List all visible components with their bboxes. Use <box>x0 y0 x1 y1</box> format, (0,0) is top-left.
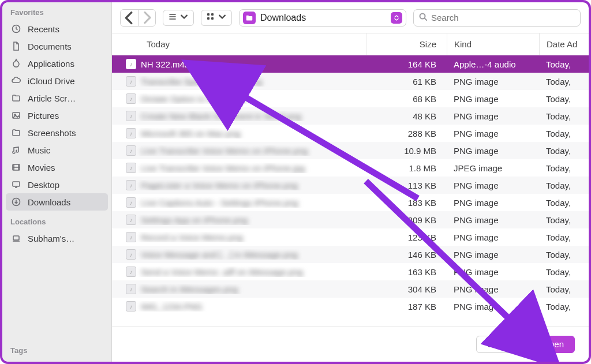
sidebar-item-label: Applications <box>28 59 74 69</box>
sidebar-item-label: Subham's… <box>28 234 74 243</box>
file-size: 146 KB <box>366 250 447 260</box>
file-icon: ♪ <box>126 215 136 225</box>
location-dropdown[interactable]: Downloads <box>239 9 406 27</box>
file-kind: PNG image <box>447 146 539 156</box>
sidebar-item-label: Downloads <box>28 197 70 207</box>
file-icon: ♪ <box>126 145 136 156</box>
file-date: Today, <box>539 59 589 69</box>
file-size: 48 KB <box>366 111 447 121</box>
file-row[interactable]: ♪Dictate Option in Word.png68 KBPNG imag… <box>112 90 589 107</box>
file-date: Today, <box>539 181 589 190</box>
file-row[interactable]: ♪PageLister a Voice Memo on iPhone.png11… <box>112 177 589 194</box>
sidebar-location-subham-s-[interactable]: Subham's… <box>2 230 111 247</box>
file-kind: PNG image <box>447 302 539 312</box>
file-name: Send a Voice Memo .aiff on iMessage.png <box>141 267 303 277</box>
file-kind: PNG image <box>447 111 539 121</box>
nav-buttons <box>120 9 156 27</box>
file-name: Microsoft 365 on Mac.png <box>141 129 241 138</box>
file-size: 187 KB <box>366 302 447 312</box>
sidebar-item-label: Pictures <box>28 111 59 121</box>
file-size: 10.9 MB <box>366 146 447 156</box>
column-date[interactable]: Date Ad <box>539 33 589 55</box>
file-kind: PNG image <box>447 232 539 242</box>
file-list[interactable]: ♪NH 322.m4a164 KBApple…-4 audioToday,♪Tr… <box>112 55 589 326</box>
file-icon: ♪ <box>126 76 136 87</box>
folder-icon <box>10 127 22 138</box>
column-kind[interactable]: Kind <box>447 33 539 55</box>
sidebar-item-downloads[interactable]: Downloads <box>6 193 108 211</box>
file-row[interactable]: ♪Live Captions Auto - Settings iPhone.pn… <box>112 194 589 211</box>
file-icon: ♪ <box>126 267 136 277</box>
file-date: Today, <box>539 77 589 87</box>
file-name: NH 322.m4a <box>141 59 189 69</box>
file-row[interactable]: ♪Send a Voice Memo .aiff on iMessage.png… <box>112 263 589 280</box>
file-name: Live Transcribe Voice Memo on iPhone.jpg <box>141 163 305 173</box>
sidebar-item-music[interactable]: Music <box>2 141 111 159</box>
file-kind: PNG image <box>447 198 539 208</box>
doc-icon <box>10 40 22 52</box>
file-kind: PNG image <box>447 77 539 87</box>
file-row[interactable]: ♪Transcribe Speech in Word.png61 KBPNG i… <box>112 73 589 90</box>
file-row[interactable]: ♪Live Transcribe Voice Memo on iPhone.jp… <box>112 159 589 177</box>
sidebar-item-icloud-drive[interactable]: iCloud Drive <box>2 72 111 89</box>
sidebar-item-label: Music <box>28 145 50 155</box>
search-input[interactable] <box>431 13 575 22</box>
column-size[interactable]: Size <box>366 33 447 55</box>
file-size: 304 KB <box>366 284 447 294</box>
music-icon <box>10 144 22 156</box>
file-row[interactable]: ♪Live Transcribe Voice Memo on iPhone.pn… <box>112 142 589 159</box>
sidebar-favorites-header: Favorites <box>2 6 111 20</box>
chevron-down-icon <box>218 12 227 24</box>
sidebar-item-label: iCloud Drive <box>28 76 75 86</box>
sidebar-item-recents[interactable]: Recents <box>2 20 111 37</box>
sidebar-item-applications[interactable]: Applications <box>2 55 111 72</box>
sidebar-item-documents[interactable]: Documents <box>2 37 111 55</box>
file-date: Today, <box>539 215 589 225</box>
file-row[interactable]: ♪Record a Voice Memo.png123 KBPNG imageT… <box>112 228 589 246</box>
file-date: Today, <box>539 94 589 104</box>
cloud-icon <box>10 75 22 87</box>
file-size: 183 KB <box>366 198 447 208</box>
file-kind: PNG image <box>447 129 539 138</box>
list-view-button[interactable] <box>163 10 194 26</box>
forward-button[interactable] <box>138 10 155 26</box>
file-icon: ♪ <box>126 197 136 208</box>
file-name: Transcribe Speech in Word.png <box>141 77 262 87</box>
group-view-button[interactable] <box>201 10 232 26</box>
search-icon <box>418 12 428 24</box>
file-row[interactable]: ♪Microsoft 365 on Mac.png288 KBPNG image… <box>112 125 589 142</box>
file-size: 68 KB <box>366 94 447 104</box>
cancel-button[interactable]: Cancel <box>476 336 525 353</box>
sidebar-item-desktop[interactable]: Desktop <box>2 176 111 193</box>
file-row[interactable]: ♪Search in iMessages.png304 KBPNG imageT… <box>112 280 589 298</box>
file-name: Search in iMessages.png <box>141 284 238 294</box>
sidebar-item-label: Recents <box>28 24 59 34</box>
file-row[interactable]: ♪Voice Message and […] in iMessage.png14… <box>112 246 589 263</box>
file-size: 113 KB <box>366 181 447 190</box>
apps-icon <box>10 58 22 69</box>
sidebar-item-pictures[interactable]: Pictures <box>2 107 111 124</box>
sidebar-item-movies[interactable]: Movies <box>2 159 111 176</box>
sidebar-item-label: Article Scr… <box>28 93 76 103</box>
file-row[interactable]: ♪IMG_1234.PNG187 KBPNG imageToday, <box>112 298 589 315</box>
file-name: Live Transcribe Voice Memo on iPhone.png <box>141 146 308 156</box>
file-row[interactable]: ♪Settings App on iPhone.png309 KBPNG ima… <box>112 211 589 228</box>
file-size: 1.8 MB <box>366 163 447 173</box>
search-field[interactable] <box>413 9 581 27</box>
file-icon: ♪ <box>126 232 136 242</box>
open-button[interactable]: Open <box>532 336 575 353</box>
laptop-icon <box>10 232 22 244</box>
back-button[interactable] <box>121 10 138 26</box>
file-name: Record a Voice Memo.png <box>141 232 243 242</box>
svg-rect-10 <box>211 17 214 20</box>
file-row[interactable]: ♪NH 322.m4a164 KBApple…-4 audioToday, <box>112 55 589 73</box>
file-date: Today, <box>539 284 589 294</box>
column-name[interactable]: Today <box>112 33 366 55</box>
file-row[interactable]: ♪Create New Blank Document in Word.png48… <box>112 107 589 125</box>
file-size: 61 KB <box>366 77 447 87</box>
file-icon: ♪ <box>126 249 136 260</box>
sidebar-item-screenshots[interactable]: Screenshots <box>2 124 111 141</box>
svg-point-11 <box>420 13 425 18</box>
file-date: Today, <box>539 250 589 260</box>
sidebar-item-article-scr-[interactable]: Article Scr… <box>2 89 111 107</box>
